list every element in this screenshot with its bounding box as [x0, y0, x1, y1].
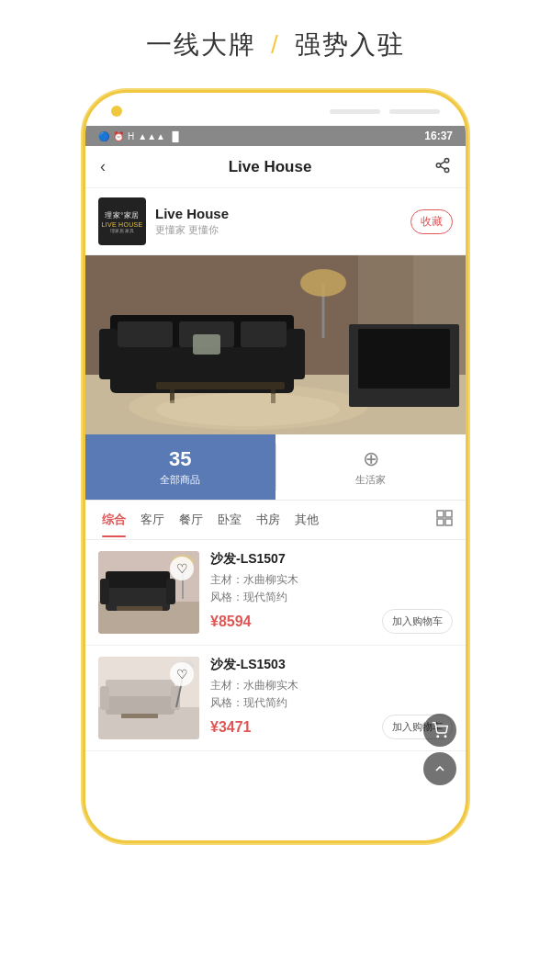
status-time: 16:37	[424, 130, 453, 142]
svg-rect-34	[100, 579, 109, 604]
collect-button[interactable]: 收藏	[410, 209, 453, 234]
tab-woshi[interactable]: 卧室	[210, 502, 249, 537]
svg-point-23	[300, 269, 346, 297]
product-thumb-1: ♡	[98, 551, 199, 634]
svg-point-25	[156, 393, 340, 426]
svg-line-4	[440, 162, 444, 164]
signal-bars-icon: ▲▲▲	[138, 131, 165, 141]
category-life[interactable]: ⊕ 生活家	[276, 434, 467, 500]
life-icon: ⊕	[363, 447, 379, 471]
grid-view-icon[interactable]	[433, 501, 456, 539]
brand-logo-text1: 理家°家居	[105, 210, 140, 220]
tab-canting[interactable]: 餐厅	[172, 502, 210, 537]
svg-rect-26	[437, 511, 444, 517]
phone-mockup: 🔵 ⏰ H ▲▲▲ ▐▌ 16:37 ‹ Live House 理家°家居 LI…	[83, 90, 468, 843]
product-name-2: 沙发-LS1503	[210, 657, 453, 673]
nav-title: Live House	[229, 158, 312, 176]
filter-tabs: 综合 客厅 餐厅 卧室 书房 其他	[85, 501, 466, 540]
phone-top-bar	[85, 93, 466, 126]
category-all-number: 35	[169, 447, 191, 471]
brand-name: Live House	[155, 206, 410, 221]
status-bar: 🔵 ⏰ H ▲▲▲ ▐▌ 16:37	[85, 126, 466, 146]
product-list: ♡ 沙发-LS1507 主材：水曲柳实木风格：现代简约 ¥8594 加入购物车	[85, 540, 466, 751]
svg-point-48	[437, 736, 439, 738]
tab-qita[interactable]: 其他	[287, 502, 326, 537]
product-item: ♡ 沙发-LS1507 主材：水曲柳实木风格：现代简约 ¥8594 加入购物车	[85, 540, 466, 646]
phone-lines	[330, 109, 440, 114]
brand-logo-text3: 理家居家具	[110, 228, 135, 233]
headline-part2: 强势入驻	[295, 30, 405, 59]
tab-keting[interactable]: 客厅	[133, 502, 172, 537]
phone-line-1	[330, 109, 380, 114]
nav-bar: ‹ Live House	[85, 146, 466, 188]
svg-rect-33	[106, 571, 170, 588]
tab-zonghe[interactable]: 综合	[95, 502, 133, 537]
wishlist-icon-1[interactable]: ♡	[170, 557, 194, 580]
svg-rect-17	[156, 382, 285, 389]
battery-icon: ▐▌	[169, 131, 182, 141]
svg-rect-21	[358, 329, 450, 389]
scroll-top-button[interactable]	[423, 752, 456, 785]
category-life-label: 生活家	[355, 473, 386, 487]
wishlist-icon-2[interactable]: ♡	[170, 662, 194, 686]
svg-rect-12	[99, 329, 118, 379]
back-button[interactable]: ‹	[100, 157, 106, 176]
svg-rect-35	[166, 579, 175, 604]
category-grid: 35 全部商品 ⊕ 生活家	[85, 434, 466, 501]
product-item-2: ♡ 沙发-LS1503 主材：水曲柳实木风格：现代简约 ¥3471 加入购物车	[85, 646, 466, 751]
headline-slash: /	[271, 30, 280, 59]
status-icons: 🔵 ⏰ H ▲▲▲ ▐▌	[98, 131, 182, 141]
product-name-1: 沙发-LS1507	[210, 551, 453, 568]
alarm-icon: ⏰	[113, 131, 124, 141]
category-all[interactable]: 35 全部商品	[85, 434, 276, 500]
phone-dot	[111, 106, 122, 117]
float-buttons	[423, 714, 456, 785]
headline-part1: 一线大牌	[146, 30, 256, 59]
brand-info: Live House 更懂家 更懂你	[155, 206, 410, 237]
brand-slogan: 更懂家 更懂你	[155, 223, 410, 237]
svg-rect-43	[100, 686, 109, 710]
svg-rect-29	[445, 519, 452, 525]
svg-rect-14	[118, 321, 173, 347]
svg-rect-27	[445, 511, 452, 517]
brand-logo-text2: LIVE HOUSE	[101, 221, 142, 228]
page-headline: 一线大牌 / 强势入驻	[146, 28, 404, 62]
svg-rect-16	[241, 321, 287, 347]
product-thumb-2: ♡	[98, 657, 199, 739]
signal-h-icon: H	[128, 131, 134, 141]
svg-rect-36	[117, 606, 163, 611]
svg-line-3	[440, 166, 444, 169]
share-button[interactable]	[434, 157, 451, 176]
svg-rect-13	[287, 329, 305, 379]
svg-rect-42	[106, 680, 174, 696]
svg-rect-24	[193, 334, 220, 355]
svg-rect-28	[437, 519, 444, 525]
product-attr-2: 主材：水曲柳实木风格：现代简约	[210, 677, 453, 712]
category-all-label: 全部商品	[160, 473, 200, 487]
brand-header: 理家°家居 LIVE HOUSE 理家居家具 Live House 更懂家 更懂…	[85, 188, 466, 255]
svg-rect-47	[121, 714, 158, 718]
hero-image	[85, 255, 466, 434]
svg-point-49	[444, 736, 446, 738]
phone-line-2	[389, 109, 440, 114]
brand-logo: 理家°家居 LIVE HOUSE 理家居家具	[98, 197, 146, 245]
tab-shufang[interactable]: 书房	[249, 502, 287, 537]
add-cart-button-1[interactable]: 加入购物车	[382, 609, 453, 634]
cart-float-button[interactable]	[423, 714, 456, 747]
product-attr-1: 主材：水曲柳实木风格：现代简约	[210, 571, 453, 606]
bluetooth-icon: 🔵	[98, 131, 109, 141]
